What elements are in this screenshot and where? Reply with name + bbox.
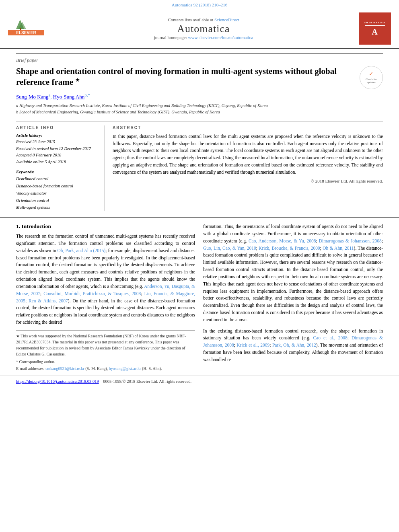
authors-line: Sung-Mo Kanga, Hyo-Sung Ahnb,* [16, 92, 383, 100]
article-info-title: ARTICLE INFO [16, 125, 99, 130]
journal-title: Automatica [52, 23, 355, 35]
svg-rect-4 [20, 28, 21, 30]
footnote-area: ★ This work was supported by the Nationa… [16, 330, 195, 372]
author1-link[interactable]: Sung-Mo Kang [16, 94, 49, 100]
intro-paragraph1: The research on the formation control of… [16, 233, 195, 326]
journal-center: Contents lists available at ScienceDirec… [52, 17, 355, 40]
keywords-section: Keywords: Distributed control Distance-b… [16, 170, 99, 211]
footnote-email: E-mail addresses: smkang0521@kict.re.kr … [16, 366, 195, 372]
article-history: Article history: Received 23 June 2015 R… [16, 133, 99, 166]
paper-section: Brief paper Shape and orientation contro… [0, 49, 399, 211]
footnote-star: ★ This work was supported by the Nationa… [16, 333, 195, 357]
cite-park2012[interactable]: Park, Oh, & Ahn, 2012 [272, 343, 316, 347]
cite-oh2015[interactable]: Oh, Park, and Ahn (2015) [57, 248, 105, 253]
cite-krick2009b[interactable]: Krick et al., 2009 [237, 343, 269, 347]
keyword-orientation: Orientation control [16, 197, 99, 204]
cite-dimarogonas2008[interactable]: Dimarogonas & Johansson, 2008 [319, 238, 382, 243]
doi-area: https://doi.org/10.1016/j.automatica.201… [0, 376, 399, 385]
abstract-title: ABSTRACT [113, 125, 383, 130]
intro-heading: 1. Introduction [16, 223, 195, 230]
right-paragraph2: In the existing distance-based formation… [203, 328, 383, 364]
issn-text: 0005-1098/© 2018 Elsevier Ltd. All right… [103, 379, 191, 384]
svg-text:ELSEVIER: ELSEVIER [16, 31, 36, 35]
copyright-line: © 2018 Elsevier Ltd. All rights reserved… [113, 179, 383, 183]
main-content: 1. Introduction The research on the form… [0, 218, 399, 376]
right-paragraph1: formation. Thus, the orientations of loc… [203, 223, 383, 323]
abstract-text: In this paper, distance-based formation … [113, 133, 383, 176]
automatica-logo-box: automatica A [359, 12, 391, 45]
sciencedirect-link[interactable]: ScienceDirect [214, 17, 239, 22]
cite-ren2007[interactable]: Ren & Atkins, 2007 [29, 298, 68, 303]
cite-oh2011[interactable]: Oh & Ahn, 2011 [323, 246, 354, 251]
homepage-link[interactable]: www.elsevier.com/locate/automatica [188, 35, 253, 40]
elsevier-logo: ELSEVIER [8, 18, 44, 39]
keyword-velocity: Velocity estimator [16, 190, 99, 197]
left-col: 1. Introduction The research on the form… [16, 223, 195, 372]
check-for-updates-badge: ✓ Check for updates [360, 66, 383, 89]
cite-krick2009[interactable]: Krick, Broucke, & Francis, 2009 [259, 246, 320, 251]
affiliation-a: a Highway and Transportation Research In… [16, 103, 383, 109]
citation-text: Automatica 92 (2018) 210–216 [172, 2, 227, 7]
affiliations: a Highway and Transportation Research In… [16, 103, 383, 115]
brief-paper-label: Brief paper [16, 53, 383, 64]
affiliation-b: b School of Mechanical Engineering, Gwan… [16, 109, 383, 115]
doi-link[interactable]: https://doi.org/10.1016/j.automatica.201… [16, 379, 99, 384]
keyword-distance: Distance-based formation control [16, 183, 99, 190]
contents-link: Contents lists available at ScienceDirec… [52, 17, 355, 22]
article-info-abstract-row: ARTICLE INFO Article history: Received 2… [16, 121, 383, 211]
journal-header: ELSEVIER Contents lists available at Sci… [0, 9, 399, 49]
right-col: formation. Thus, the orientations of loc… [203, 223, 383, 372]
cite-cao2008[interactable]: Cao, Anderson, Morse, & Yu, 2008 [249, 238, 316, 243]
abstract-col: ABSTRACT In this paper, distance-based f… [113, 125, 383, 211]
paper-title: Shape and orientation control of moving … [16, 66, 346, 88]
cite-cao2008b[interactable]: Cao et al., 2008 [313, 335, 347, 340]
article-info-col: ARTICLE INFO Article history: Received 2… [16, 125, 105, 211]
email2-link[interactable]: hyosung@gist.ac.kr [109, 366, 141, 371]
journal-homepage: journal homepage: www.elsevier.com/locat… [52, 35, 355, 40]
author2-link[interactable]: Hyo-Sung Ahn [53, 94, 84, 100]
email1-link[interactable]: smkang0521@kict.re.kr [45, 366, 84, 371]
footnote-corresponding: * Corresponding author. [16, 359, 195, 365]
cite-consolini2008[interactable]: Consolini, Morbidi, Prattichizzo, & Tosq… [43, 291, 141, 296]
keyword-distributed: Distributed control [16, 175, 99, 183]
journal-citation: Automatica 92 (2018) 210–216 [0, 0, 399, 9]
paper-title-row: Shape and orientation control of moving … [16, 66, 383, 89]
keyword-multiagent: Multi-agent systems [16, 204, 99, 211]
cite-guo2010[interactable]: Guo, Lin, Cao, & Yan, 2010 [203, 246, 256, 251]
